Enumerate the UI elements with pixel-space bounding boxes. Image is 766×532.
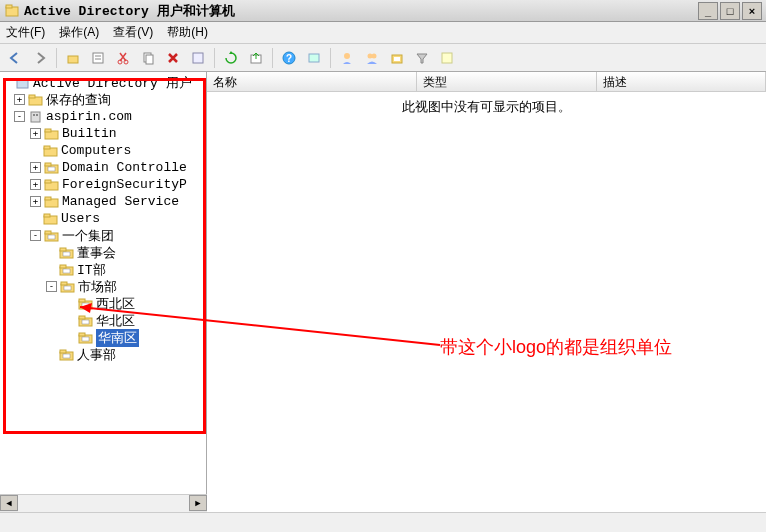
refresh-button[interactable] [220,47,242,69]
folder-icon [43,144,59,158]
svg-rect-23 [29,95,35,98]
ou-icon [60,280,76,294]
tree-saved-queries[interactable]: + 保存的查询 [2,91,204,108]
tree-builtin[interactable]: + Builtin [2,125,204,142]
tree-board[interactable]: 董事会 [2,244,204,261]
filter-button[interactable] [411,47,433,69]
collapse-icon[interactable]: - [14,111,25,122]
svg-rect-9 [146,55,153,64]
forward-button[interactable] [29,47,51,69]
scroll-right-button[interactable]: ► [189,495,207,511]
svg-rect-20 [442,53,452,63]
ad-icon [15,76,31,90]
svg-rect-44 [60,248,66,251]
svg-rect-51 [64,286,71,290]
svg-rect-24 [31,112,40,122]
toolbar: ? [0,44,766,72]
options-button[interactable] [436,47,458,69]
cut-button[interactable] [112,47,134,69]
menu-view[interactable]: 查看(V) [113,24,153,41]
separator [330,48,331,68]
svg-rect-2 [68,56,78,63]
svg-point-15 [344,53,350,59]
tree-domain[interactable]: - aspirin.com [2,108,204,125]
tree-group[interactable]: - 一个集团 [2,227,204,244]
svg-rect-3 [93,53,103,63]
folder-icon [44,195,60,209]
svg-rect-14 [309,54,319,62]
svg-rect-53 [79,299,85,302]
ou-icon [78,331,94,345]
main-body: Active Directory 用户 + 保存的查询 - aspirin.co… [0,72,766,512]
tree-northwest[interactable]: 西北区 [2,295,204,312]
svg-rect-42 [48,235,55,239]
tree-msa[interactable]: + Managed Service [2,193,204,210]
svg-rect-59 [79,333,85,336]
tree-north[interactable]: 华北区 [2,312,204,329]
window-title: Active Directory 用户和计算机 [24,2,698,20]
tree-hr[interactable]: 人事部 [2,346,204,363]
menu-file[interactable]: 文件(F) [6,24,45,41]
ou-icon [78,297,94,311]
empty-message: 此视图中没有可显示的项目。 [402,99,571,114]
svg-rect-60 [82,337,89,341]
column-type[interactable]: 类型 [417,72,597,91]
tree-fsp[interactable]: + ForeignSecurityP [2,176,204,193]
delete-button[interactable] [162,47,184,69]
tree-scrollbar[interactable]: ◄ ► [0,494,207,512]
ou-icon [78,314,94,328]
svg-rect-28 [45,129,51,132]
tree-root[interactable]: Active Directory 用户 [2,74,204,91]
tree-it[interactable]: IT部 [2,261,204,278]
svg-rect-47 [60,265,66,268]
statusbar [0,512,766,532]
ou-icon [44,229,60,243]
scroll-left-button[interactable]: ◄ [0,495,18,511]
tree-computers[interactable]: Computers [2,142,204,159]
copy-button[interactable] [137,47,159,69]
svg-rect-30 [44,146,50,149]
tree-market[interactable]: - 市场部 [2,278,204,295]
help-button[interactable]: ? [278,47,300,69]
props2-button[interactable] [187,47,209,69]
svg-rect-21 [17,79,28,88]
expand-icon[interactable]: + [30,128,41,139]
tree-south[interactable]: 华南区 [2,329,204,346]
svg-rect-10 [193,53,203,63]
tree-pane: Active Directory 用户 + 保存的查询 - aspirin.co… [0,72,207,512]
collapse-icon[interactable]: - [30,230,41,241]
minimize-button[interactable]: _ [698,2,718,20]
separator [214,48,215,68]
export-button[interactable] [245,47,267,69]
newuser-button[interactable] [336,47,358,69]
neworg-button[interactable] [386,47,408,69]
collapse-icon[interactable]: - [46,281,57,292]
svg-rect-33 [48,167,55,171]
ou-icon [59,263,75,277]
svg-rect-39 [44,214,50,217]
svg-rect-25 [33,114,35,116]
menu-action[interactable]: 操作(A) [59,24,99,41]
expand-icon[interactable]: + [14,94,25,105]
newgroup-button[interactable] [361,47,383,69]
scroll-track[interactable] [18,495,189,512]
close-button[interactable]: × [742,2,762,20]
menu-help[interactable]: 帮助(H) [167,24,208,41]
svg-rect-1 [6,5,12,8]
column-headers: 名称 类型 描述 [207,72,766,92]
tree-users[interactable]: Users [2,210,204,227]
tree-domain-controllers[interactable]: + Domain Controlle [2,159,204,176]
ou-icon [59,246,75,260]
find-button[interactable] [303,47,325,69]
up-button[interactable] [62,47,84,69]
expand-icon[interactable]: + [30,196,41,207]
content-pane: 名称 类型 描述 此视图中没有可显示的项目。 [207,72,766,512]
column-name[interactable]: 名称 [207,72,417,91]
expand-icon[interactable]: + [30,162,41,173]
properties-button[interactable] [87,47,109,69]
expand-icon[interactable]: + [30,179,41,190]
back-button[interactable] [4,47,26,69]
maximize-button[interactable]: □ [720,2,740,20]
folder-icon [44,178,60,192]
column-desc[interactable]: 描述 [597,72,766,91]
